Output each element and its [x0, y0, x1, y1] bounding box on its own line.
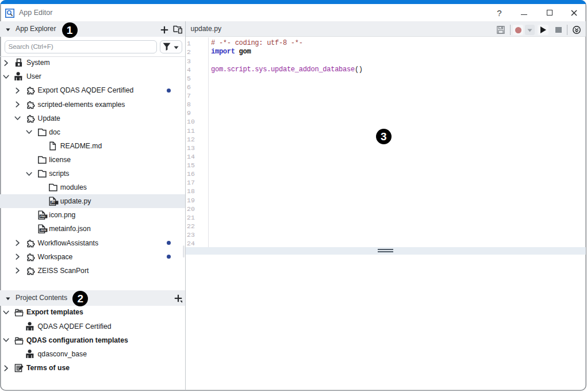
svg-text:.PNG: .PNG — [40, 216, 45, 218]
svg-text:.JSON: .JSON — [40, 230, 46, 232]
svg-text:.PY: .PY — [51, 202, 55, 205]
